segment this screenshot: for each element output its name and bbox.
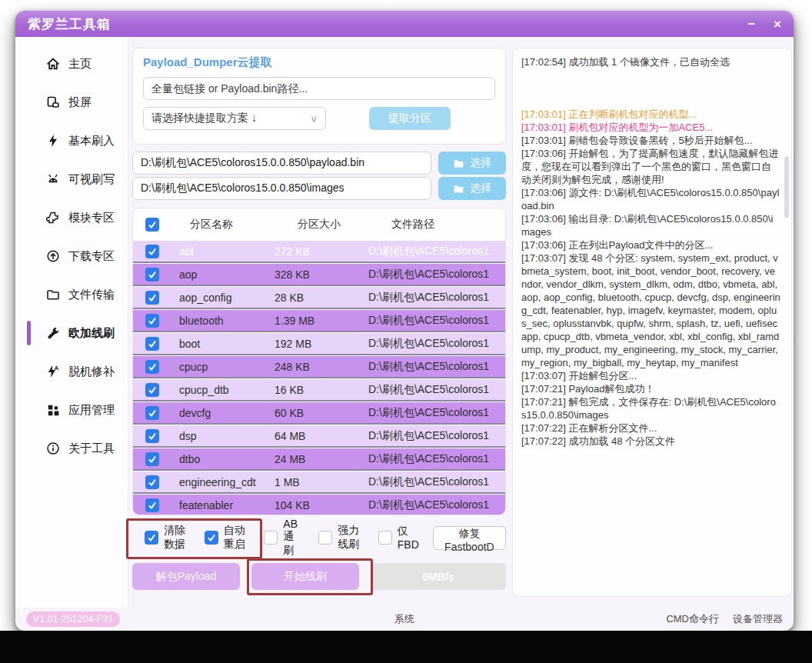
sidebar-item-puzzle[interactable]: 模块专区 <box>15 198 128 237</box>
option-checkbox[interactable] <box>378 531 392 545</box>
table-row[interactable]: abl272 KBD:\刷机包\ACE5\coloros1 <box>133 241 505 263</box>
row-checkbox[interactable] <box>145 475 159 489</box>
row-checkbox[interactable] <box>145 406 159 420</box>
log-line <box>521 95 780 108</box>
sidebar-item-android[interactable]: 可视刷写 <box>15 160 128 198</box>
partition-path: D:\刷机包\ACE5\coloros1 <box>368 245 505 258</box>
package-link-input[interactable] <box>143 77 495 100</box>
partition-name: aop <box>179 268 275 281</box>
check-icon <box>148 501 157 510</box>
sidebar-item-label: 关于工具 <box>68 441 115 456</box>
log-line: [17:03:06] 开始解包，为了提高解包速度，默认隐藏解包进度，您现在可以看… <box>521 147 780 186</box>
sidebar-item-apps[interactable]: 应用管理 <box>15 391 128 429</box>
option-checkbox-item[interactable]: 仅FBD <box>378 525 419 551</box>
choose-images-button[interactable]: 选择 <box>438 177 506 200</box>
row-checkbox[interactable] <box>145 245 159 258</box>
option-checkbox-item[interactable]: 清除数据 <box>145 524 191 551</box>
row-checkbox[interactable] <box>145 429 159 443</box>
partition-size: 28 KB <box>275 292 368 304</box>
payload-section-title: Payload_Dumper云提取 <box>143 55 495 70</box>
option-checkbox-item[interactable]: AB通刷 <box>264 518 304 558</box>
table-row[interactable]: cpucp248 KBD:\刷机包\ACE5\coloros1 <box>133 356 505 378</box>
table-row[interactable]: cpucp_dtb16 KBD:\刷机包\ACE5\coloros1 <box>133 379 505 401</box>
table-row[interactable]: aop328 KBD:\刷机包\ACE5\coloros1 <box>133 264 505 286</box>
table-row[interactable]: engineering_cdt1 MBD:\刷机包\ACE5\coloros1 <box>133 471 505 494</box>
log-line <box>521 82 780 95</box>
row-checkbox[interactable] <box>145 360 159 374</box>
sidebar-item-flash-a[interactable]: A脱机修补 <box>15 352 128 391</box>
row-checkbox[interactable] <box>145 452 159 466</box>
sidebar-item-info[interactable]: 关于工具 <box>15 429 128 468</box>
row-checkbox[interactable] <box>145 291 159 305</box>
close-button[interactable]: × <box>774 18 781 31</box>
row-checkbox[interactable] <box>145 268 159 282</box>
sidebar-item-label: 下载专区 <box>68 249 115 264</box>
start-flash-button[interactable]: 开始线刷 <box>251 563 359 590</box>
table-row[interactable]: dtbo24 MBD:\刷机包\ACE5\coloros1 <box>133 448 505 471</box>
check-icon <box>147 533 156 542</box>
row-checkbox[interactable] <box>145 498 159 512</box>
table-row[interactable]: aop_config28 KBD:\刷机包\ACE5\coloros1 <box>133 287 505 309</box>
option-checkbox-item[interactable]: 自动重启 <box>205 524 251 551</box>
sidebar-item-wrench[interactable]: 欧加线刷 <box>15 314 128 352</box>
sidebar-item-folder[interactable]: 文件传输 <box>15 275 128 314</box>
select-all-checkbox[interactable] <box>145 218 159 232</box>
extract-partition-button[interactable]: 提取分区 <box>369 107 451 130</box>
sidebar-item-download[interactable]: 下载专区 <box>15 237 128 275</box>
log-line: [17:03:06] 正在列出Payload文件中的分区... <box>521 238 780 252</box>
sidebar-item-label: 应用管理 <box>68 403 115 418</box>
app-window: 紫罗兰工具箱 − × 主页投屏基本刷入可视刷写模块专区下载专区文件传输欧加线刷A… <box>15 11 794 631</box>
window-title: 紫罗兰工具箱 <box>28 15 111 33</box>
partition-size: 104 KB <box>275 499 368 511</box>
table-row[interactable]: boot192 MBD:\刷机包\ACE5\coloros1 <box>133 333 505 355</box>
check-icon <box>148 408 157 418</box>
partition-size: 60 KB <box>275 407 368 419</box>
option-checkbox[interactable] <box>264 531 278 545</box>
option-checkbox[interactable] <box>205 531 218 545</box>
partition-name: boot <box>179 338 275 350</box>
check-icon <box>148 220 157 229</box>
table-row[interactable]: bluetooth1.39 MBD:\刷机包\ACE5\coloros1 <box>133 310 505 332</box>
options-checkboxes: 清除数据自动重启AB通刷强力线刷仅FBD <box>145 518 426 558</box>
option-checkbox[interactable] <box>318 531 332 545</box>
flash-icon <box>46 134 60 148</box>
partition-path: D:\刷机包\ACE5\coloros1 <box>368 429 505 443</box>
option-checkbox-item[interactable]: 强力线刷 <box>318 524 364 551</box>
device-manager-link[interactable]: 设备管理器 <box>733 612 783 626</box>
log-line: [17:03:06] 源文件: D:\刷机包\ACE5\coloros15.0.… <box>521 186 780 212</box>
table-row[interactable]: featenabler104 KBD:\刷机包\ACE5\coloros1 <box>133 495 505 515</box>
unpack-payload-button[interactable]: 解包Payload <box>132 563 240 590</box>
option-checkbox[interactable] <box>145 531 158 545</box>
sidebar: 主页投屏基本刷入可视刷写模块专区下载专区文件传输欧加线刷A脱机修补应用管理关于工… <box>15 37 128 608</box>
check-icon <box>207 533 216 542</box>
images-dir-path-input[interactable] <box>132 177 431 200</box>
partition-name: dsp <box>179 430 275 442</box>
download-icon <box>46 249 60 263</box>
sidebar-item-label: 文件传输 <box>68 288 115 302</box>
quick-scheme-select[interactable]: 请选择快捷提取方案 ↓ ∨ <box>143 107 326 130</box>
payload-bin-path-input[interactable] <box>132 152 431 175</box>
row-checkbox[interactable] <box>145 314 159 328</box>
choose-payload-button[interactable]: 选择 <box>438 152 506 175</box>
partition-size: 64 MB <box>275 430 368 442</box>
sidebar-item-flash[interactable]: 基本刷入 <box>15 122 128 160</box>
table-row[interactable]: devcfg60 KBD:\刷机包\ACE5\coloros1 <box>133 402 505 425</box>
partition-path: D:\刷机包\ACE5\coloros1 <box>368 268 505 282</box>
sidebar-item-screen-mirror[interactable]: 投屏 <box>15 83 128 122</box>
sidebar-item-home[interactable]: 主页 <box>15 45 128 83</box>
log-line: [17:07:21] Payload解包成功！ <box>521 382 780 395</box>
quick-scheme-select-label: 请选择快捷提取方案 ↓ <box>151 112 257 125</box>
partition-path: D:\刷机包\ACE5\coloros1 <box>368 475 505 489</box>
table-row[interactable]: dsp64 MBD:\刷机包\ACE5\coloros1 <box>133 425 505 448</box>
partition-size: 328 KB <box>275 268 368 281</box>
partition-size: 24 MB <box>275 453 368 465</box>
fix-fastbootd-button[interactable]: 修复FastbootD <box>433 526 506 550</box>
row-checkbox[interactable] <box>145 383 159 397</box>
option-label: 强力线刷 <box>338 524 364 551</box>
cmd-link[interactable]: CMD命令行 <box>666 612 719 626</box>
sidebar-item-label: 可视刷写 <box>68 172 115 187</box>
log-scrollbar-thumb[interactable] <box>784 156 789 218</box>
minimize-button[interactable]: − <box>747 18 755 31</box>
option-label: AB通刷 <box>283 518 304 558</box>
row-checkbox[interactable] <box>145 337 159 351</box>
